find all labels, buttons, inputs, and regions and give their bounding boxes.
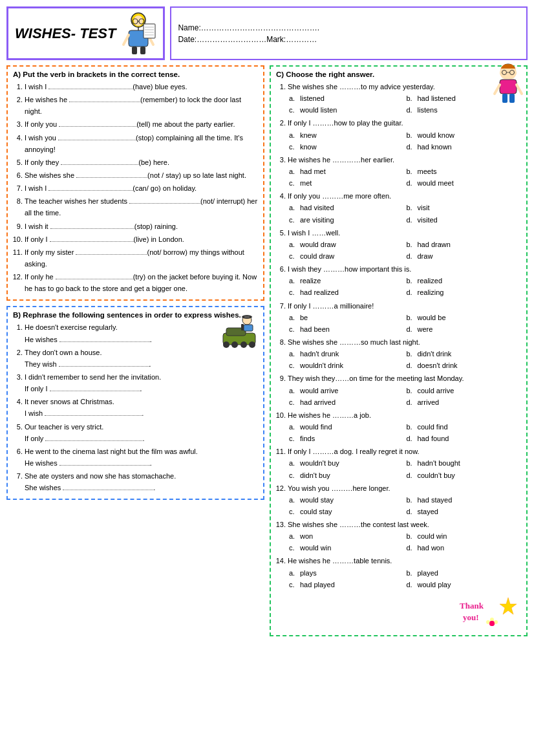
list-item: She wishes she ………so much last night. a.… xyxy=(288,336,521,371)
list-item: I wish you (stop) complaining all the ti… xyxy=(25,132,258,155)
choice: b. meets xyxy=(407,166,522,177)
svg-text:you!: you! xyxy=(463,612,479,622)
svg-rect-11 xyxy=(144,24,155,38)
date-field: Date:………………………Mark:………… xyxy=(178,35,520,44)
svg-line-4 xyxy=(123,35,129,45)
choices-row: a. would arrive b. could arrive c. had a… xyxy=(289,385,521,408)
choice: c. finds xyxy=(289,433,404,444)
list-item: Our teacher is very strict.If only . xyxy=(25,421,258,444)
choice: c. had played xyxy=(289,579,404,590)
main-content: A) Put the verb in brackets in the corre… xyxy=(6,65,528,636)
choice: b. could arrive xyxy=(407,385,522,396)
list-item: If only you ………me more often. a. had vis… xyxy=(288,190,521,225)
section-c-list: She wishes she ………to my advice yesterday… xyxy=(276,81,521,590)
choices-row: a. would stay b. had stayed c. could sta… xyxy=(289,494,521,517)
svg-rect-6 xyxy=(132,47,137,54)
choice: a. would stay xyxy=(289,494,404,506)
choice: b. hadn't bought xyxy=(407,457,522,469)
header-info: Name:………………………………………. Date:………………………Mark… xyxy=(170,6,528,60)
choice: c. would win xyxy=(289,542,404,554)
svg-rect-32 xyxy=(509,94,515,103)
svg-rect-24 xyxy=(244,325,253,331)
list-item: She wishes she ………to my advice yesterday… xyxy=(288,81,521,116)
choice: a. would find xyxy=(289,421,404,433)
choice: b. could win xyxy=(407,530,522,542)
list-item: She ate oysters and now she has stomacha… xyxy=(25,470,258,493)
list-item: I didn't remember to send her the invita… xyxy=(25,371,258,394)
left-column: A) Put the verb in brackets in the corre… xyxy=(6,65,264,636)
choice: d. visited xyxy=(407,214,522,226)
choice: c. had been xyxy=(289,323,404,335)
choice: d. would play xyxy=(407,579,522,590)
svg-line-29 xyxy=(495,85,500,94)
choice: d. doesn't drink xyxy=(407,360,522,371)
list-item: He wishes he (remember) to lock the door… xyxy=(25,94,258,117)
choice: d. arrived xyxy=(407,396,522,408)
svg-rect-18 xyxy=(241,324,244,330)
page-title: WISHES- TEST xyxy=(15,25,116,42)
choice: d. draw xyxy=(407,250,522,262)
choices-row: a. knew b. would know c. know d. had kno… xyxy=(289,129,521,153)
choice: d. were xyxy=(407,323,522,335)
list-item: They wish they……on time for the meeting … xyxy=(288,373,521,407)
choice: a. hadn't drunk xyxy=(289,348,404,360)
choice: c. didn't buy xyxy=(289,470,404,481)
list-item: They don't own a house.They wish . xyxy=(25,347,258,370)
choice: a. be xyxy=(289,312,404,323)
choice: b. didn't drink xyxy=(407,348,522,360)
choice: a. would arrive xyxy=(289,385,404,396)
choice: a. had visited xyxy=(289,202,404,213)
section-a-title: A) Put the verb in brackets in the corre… xyxy=(13,70,258,78)
choice: d. had won xyxy=(407,542,522,554)
choice: b. had stayed xyxy=(407,494,522,506)
list-item: You wish you ………here longer. a. would st… xyxy=(288,482,521,517)
list-item: If only you (tell) me about the party ea… xyxy=(25,118,258,130)
choices-row: a. won b. could win c. would win d. had … xyxy=(289,530,521,554)
choices-row: a. wouldn't buy b. hadn't bought c. didn… xyxy=(289,457,521,481)
section-c-title: C) Choose the right answer. xyxy=(276,70,521,78)
section-a-list: I wish I (have) blue eyes. He wishes he … xyxy=(13,81,258,294)
choice: b. would know xyxy=(407,129,522,141)
choices-row: a. would draw b. had drawn c. could draw… xyxy=(289,239,521,262)
choices-row: a. hadn't drunk b. didn't drink c. would… xyxy=(289,348,521,371)
section-c: C) Choose the right answer. xyxy=(270,65,528,636)
choice: a. knew xyxy=(289,129,404,141)
choices-row: a. had visited b. visit c. are visiting … xyxy=(289,202,521,225)
choice: b. visit xyxy=(407,202,522,213)
choice: a. had met xyxy=(289,166,404,177)
choices-row: a. had met b. meets c. met d. would meet xyxy=(289,166,521,189)
svg-rect-26 xyxy=(244,316,250,318)
choices-row: a. realize b. realized c. had realized d… xyxy=(289,275,521,298)
svg-point-21 xyxy=(240,341,247,348)
choice: c. had arrived xyxy=(289,396,404,408)
choice: a. plays xyxy=(289,567,404,579)
choice: b. realized xyxy=(407,275,522,286)
list-item: I wish they ………how important this is. a.… xyxy=(288,263,521,298)
list-item: He wishes he …………her earlier. a. had met… xyxy=(288,154,521,189)
thank-you-section: Thank you! xyxy=(276,594,521,631)
svg-text:Thank: Thank xyxy=(460,601,484,610)
choice: c. had realized xyxy=(289,286,404,298)
choice: c. met xyxy=(289,177,404,189)
svg-rect-28 xyxy=(500,80,517,94)
choice: c. would listen xyxy=(289,104,404,116)
list-item: He wishes he ………a job. a. would find b. … xyxy=(288,409,521,444)
header: WISHES- TEST xyxy=(6,6,528,60)
list-item: If only I ………a millionaire! a. be b. wou… xyxy=(288,300,521,335)
cartoon-student-icon xyxy=(121,12,156,54)
list-item: The teacher wishes her students (not/ in… xyxy=(25,195,258,219)
choice: a. wouldn't buy xyxy=(289,457,404,469)
list-item: I wish I (can/ go) on holiday. xyxy=(25,182,258,194)
choice: b. could find xyxy=(407,421,522,433)
list-item: She wishes she (not / stay) up so late l… xyxy=(25,169,258,181)
choice: a. listened xyxy=(289,92,404,104)
choice: d. stayed xyxy=(407,506,522,517)
list-item: He wishes he ………table tennis. a. plays b… xyxy=(288,555,521,590)
choice: a. won xyxy=(289,530,404,542)
choices-row: a. be b. would be c. had been d. were xyxy=(289,312,521,335)
choice: d. realizing xyxy=(407,286,522,298)
list-item: If only I (live) in London. xyxy=(25,233,258,245)
thank-you-icon: Thank you! xyxy=(456,594,521,630)
choice: c. could stay xyxy=(289,506,404,517)
choice: d. listens xyxy=(407,104,522,116)
